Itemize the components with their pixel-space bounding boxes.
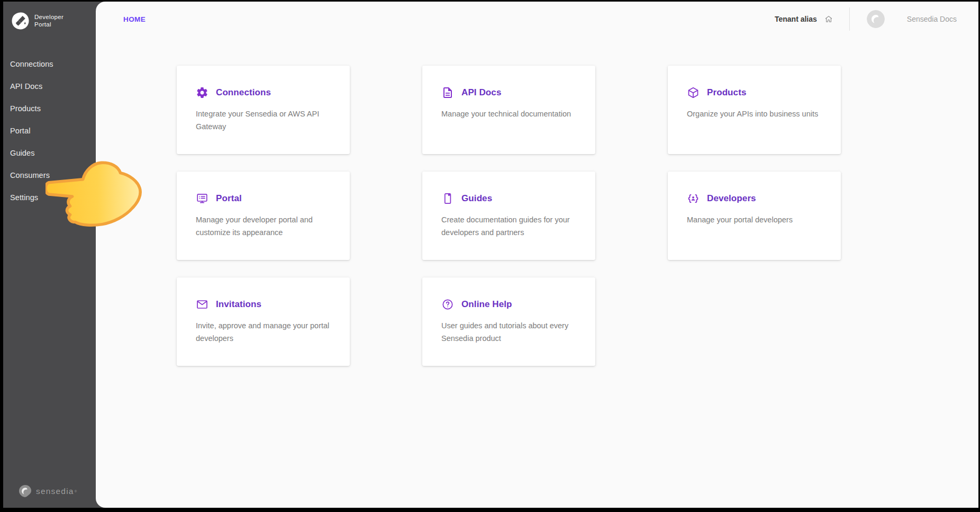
card-portal[interactable]: PortalManage your developer portal and c… xyxy=(177,172,350,260)
sidebar-item-products[interactable]: Products xyxy=(3,97,96,120)
card-connections[interactable]: ConnectionsIntegrate your Sensedia or AW… xyxy=(177,66,350,154)
sidebar-item-portal[interactable]: Portal xyxy=(3,120,96,142)
card-guides[interactable]: GuidesCreate documentation guides for yo… xyxy=(422,172,595,260)
tenant-alias-label: Tenant alias xyxy=(775,15,817,23)
card-header: Invitations xyxy=(196,298,335,311)
breadcrumb-home[interactable]: HOME xyxy=(123,15,146,23)
card-header: Connections xyxy=(196,86,335,100)
sidebar-item-consumers[interactable]: Consumers xyxy=(3,164,96,186)
sensedia-logo-icon xyxy=(18,484,32,498)
card-description: Manage your developer portal and customi… xyxy=(196,213,334,239)
card-header: Products xyxy=(687,86,826,100)
sidebar-item-api-docs[interactable]: API Docs xyxy=(3,75,96,97)
card-description: Integrate your Sensedia or AWS API Gatew… xyxy=(196,107,334,133)
card-title: Portal xyxy=(216,193,242,204)
topbar-right-group: Tenant alias Sensedia Docs xyxy=(775,2,957,37)
cube-icon xyxy=(687,86,700,99)
card-title: Connections xyxy=(216,87,271,98)
gear-icon xyxy=(196,86,208,99)
card-header: Guides xyxy=(441,192,580,205)
sidebar: Developer Portal ConnectionsAPI DocsProd… xyxy=(3,2,96,508)
sidebar-item-guides[interactable]: Guides xyxy=(3,142,96,164)
card-developers[interactable]: DevelopersManage your portal developers xyxy=(668,172,841,260)
card-header: API Docs xyxy=(441,86,580,100)
card-description: User guides and tutorials about every Se… xyxy=(441,319,580,345)
envelope-icon xyxy=(196,298,208,311)
card-invitations[interactable]: InvitationsInvite, approve and manage yo… xyxy=(177,277,350,366)
home-icon[interactable] xyxy=(824,14,833,24)
document-icon xyxy=(441,86,454,99)
sensedia-footer-brand: sensedia® xyxy=(18,484,77,498)
question-circle-icon xyxy=(441,298,454,311)
registered-mark: ® xyxy=(75,490,78,493)
braces-person-icon xyxy=(687,192,700,205)
account-name: Sensedia Docs xyxy=(907,15,957,23)
card-online-help[interactable]: Online HelpUser guides and tutorials abo… xyxy=(422,277,595,366)
sidebar-item-settings[interactable]: Settings xyxy=(3,186,96,209)
card-api-docs[interactable]: API DocsManage your technical documentat… xyxy=(422,66,595,154)
card-description: Manage your technical documentation xyxy=(441,107,580,120)
card-title: Online Help xyxy=(461,299,512,310)
sidebar-nav: ConnectionsAPI DocsProductsPortalGuidesC… xyxy=(3,53,96,209)
card-description: Organize your APIs into business units xyxy=(687,107,825,120)
card-header: Online Help xyxy=(441,298,580,311)
sensedia-wordmark: sensedia® xyxy=(36,487,77,496)
card-description: Manage your portal developers xyxy=(687,213,825,226)
sidebar-item-connections[interactable]: Connections xyxy=(3,53,96,75)
card-products[interactable]: ProductsOrganize your APIs into business… xyxy=(668,66,841,154)
main-content: HOME Tenant alias Sensedia Docs Connecti… xyxy=(96,2,978,508)
sidebar-logo: Developer Portal xyxy=(3,2,96,31)
book-bookmark-icon xyxy=(441,192,454,205)
topbar: HOME Tenant alias Sensedia Docs xyxy=(96,2,978,37)
sidebar-logo-text: Developer Portal xyxy=(34,14,63,28)
monitor-list-icon xyxy=(196,192,208,205)
card-title: Guides xyxy=(461,193,492,204)
app-window: Developer Portal ConnectionsAPI DocsProd… xyxy=(3,2,978,508)
card-title: Products xyxy=(707,87,746,98)
card-header: Portal xyxy=(196,192,335,205)
topbar-divider xyxy=(849,7,850,31)
card-header: Developers xyxy=(687,192,826,205)
card-description: Invite, approve and manage your portal d… xyxy=(196,319,334,345)
card-description: Create documentation guides for your dev… xyxy=(441,213,580,239)
developer-portal-logo-icon xyxy=(11,11,30,31)
sensedia-avatar-icon[interactable] xyxy=(867,10,885,28)
cards-grid: ConnectionsIntegrate your Sensedia or AW… xyxy=(96,37,978,366)
card-title: Developers xyxy=(707,193,756,204)
card-title: Invitations xyxy=(216,299,261,310)
card-title: API Docs xyxy=(461,87,501,98)
